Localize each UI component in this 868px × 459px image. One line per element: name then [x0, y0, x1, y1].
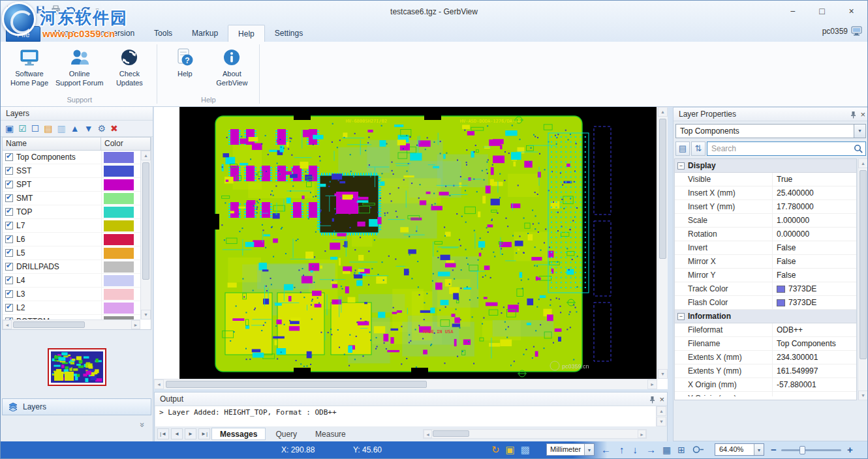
- move-layer-down-icon[interactable]: ▼: [84, 124, 93, 133]
- column-header-name[interactable]: Name: [3, 138, 101, 150]
- layer-checkbox[interactable]: ✔: [5, 235, 13, 243]
- layer-checkbox[interactable]: ✔: [5, 263, 13, 271]
- scroll-left-icon[interactable]: ◄: [154, 379, 164, 389]
- help-button[interactable]: ?Help: [161, 43, 208, 95]
- layer-color-swatch[interactable]: [104, 248, 134, 259]
- scroll-right-icon[interactable]: ►: [131, 320, 140, 329]
- property-row[interactable]: Insert X (mm)25.400000: [675, 186, 856, 200]
- scroll-right-icon[interactable]: ►: [647, 379, 657, 389]
- layer-row[interactable]: ✔L4: [3, 274, 140, 288]
- layer-select-combobox[interactable]: Top Components ▼: [675, 124, 866, 138]
- close-button[interactable]: ×: [837, 2, 866, 20]
- viewer-vertical-scrollbar[interactable]: ▲ ▼: [657, 107, 668, 379]
- scroll-up-icon[interactable]: ▲: [657, 406, 666, 416]
- grid-toggle-icon[interactable]: ▦: [662, 444, 671, 456]
- layer-row[interactable]: ✔L3: [3, 288, 140, 301]
- layer-row[interactable]: ✔L6: [3, 233, 140, 246]
- layer-row[interactable]: ✔Top Components: [3, 151, 140, 164]
- tab-tools[interactable]: Tools: [144, 25, 182, 42]
- scroll-up-icon[interactable]: ▲: [141, 151, 151, 160]
- output-tab-messages[interactable]: Messages: [211, 428, 266, 440]
- check-updates-button[interactable]: CheckUpdates: [106, 43, 153, 95]
- tab-markup[interactable]: Markup: [182, 25, 228, 42]
- layer-list-icon[interactable]: ▣: [5, 124, 14, 133]
- layer-color-swatch[interactable]: [104, 289, 134, 300]
- scroll-left-icon[interactable]: ◄: [3, 320, 12, 329]
- layer-checkbox[interactable]: ✔: [5, 181, 13, 188]
- scroll-up-icon[interactable]: ▲: [658, 107, 668, 117]
- layer-settings-icon[interactable]: ⚙: [98, 124, 106, 133]
- scroll-down-icon[interactable]: ▼: [858, 391, 868, 400]
- layer-checkbox[interactable]: ✔: [5, 153, 13, 161]
- properties-vertical-scrollbar[interactable]: ▲ ▼: [858, 158, 868, 400]
- scrollbar-thumb[interactable]: [142, 162, 149, 280]
- snap-grid-icon[interactable]: ⊞: [677, 444, 685, 456]
- property-row[interactable]: FilenameTop Components: [675, 337, 856, 351]
- property-row[interactable]: X Origin (mm)-57.880001: [675, 378, 856, 392]
- scroll-down-icon[interactable]: ▼: [658, 369, 668, 379]
- gerber-film[interactable]: [179, 107, 657, 379]
- chevron-down-icon[interactable]: ▼: [584, 444, 594, 455]
- maximize-button[interactable]: □: [807, 2, 837, 20]
- scrollbar-thumb[interactable]: [659, 119, 666, 259]
- property-row[interactable]: Rotation0.000000: [675, 228, 856, 241]
- zoom-slider[interactable]: [781, 449, 841, 451]
- check-all-layers-icon[interactable]: ☑: [18, 124, 27, 133]
- layers-dock-tab[interactable]: Layers: [2, 398, 151, 415]
- property-row[interactable]: Track Color7373DE: [675, 282, 856, 296]
- output-tab-query[interactable]: Query: [267, 428, 305, 440]
- property-row[interactable]: Extents X (mm)234.300001: [675, 351, 856, 364]
- categorized-view-icon[interactable]: ▤: [675, 141, 690, 156]
- close-panel-icon[interactable]: ×: [860, 108, 865, 121]
- layer-checkbox[interactable]: ✔: [5, 290, 13, 298]
- pan-right-icon[interactable]: →: [646, 443, 656, 457]
- pan-down-icon[interactable]: ↓: [633, 443, 638, 457]
- minimize-button[interactable]: −: [778, 2, 807, 20]
- board-thumbnail[interactable]: [48, 348, 106, 386]
- tab-scroll-prev-icon[interactable]: ◄: [171, 428, 183, 439]
- zoom-combobox[interactable]: 64.40% ▼: [715, 443, 764, 456]
- zoom-out-button[interactable]: −: [771, 442, 777, 458]
- pin-icon[interactable]: [649, 396, 655, 404]
- layer-checkbox[interactable]: ✔: [5, 222, 13, 230]
- unit-combobox[interactable]: Millimeter ▼: [546, 443, 595, 456]
- gerber-canvas[interactable]: [179, 107, 657, 379]
- property-category[interactable]: −Display: [675, 159, 856, 173]
- online-support-forum-button[interactable]: OnlineSupport Forum: [53, 43, 106, 95]
- scroll-right-icon[interactable]: ►: [638, 430, 646, 438]
- layer-checkbox[interactable]: ✔: [5, 249, 13, 257]
- scroll-up-icon[interactable]: ▲: [858, 158, 868, 168]
- output-log[interactable]: > Layer Added: HEIGHT_TOP, Format : ODB+…: [155, 406, 666, 427]
- layer-row[interactable]: ✔SMT: [3, 192, 140, 205]
- layer-group-icon[interactable]: ▥: [57, 124, 66, 133]
- collapse-icon[interactable]: −: [677, 162, 685, 170]
- tab-help[interactable]: Help: [228, 25, 265, 42]
- pin-icon[interactable]: [850, 111, 856, 119]
- layer-row[interactable]: ✔L5: [3, 246, 140, 260]
- tab-conversion[interactable]: Conversion: [85, 25, 144, 42]
- layer-row[interactable]: ✔L7: [3, 219, 140, 233]
- layer-color-swatch[interactable]: [104, 220, 134, 231]
- layer-order-icon[interactable]: ▤: [44, 124, 52, 133]
- property-row[interactable]: Flash Color7373DE: [675, 296, 856, 310]
- scrollbar-thumb[interactable]: [860, 170, 867, 359]
- zoom-slider-thumb[interactable]: [799, 446, 805, 454]
- scroll-down-icon[interactable]: ▼: [657, 417, 666, 426]
- output-vertical-scrollbar[interactable]: ▲ ▼: [656, 406, 666, 426]
- property-row[interactable]: FileformatODB++: [675, 323, 856, 337]
- layer-checkbox[interactable]: ✔: [5, 276, 13, 284]
- tab-home[interactable]: Home: [44, 25, 85, 42]
- layer-row[interactable]: ✔SPT: [3, 178, 140, 192]
- layer-color-swatch[interactable]: [104, 207, 134, 218]
- layer-checkbox[interactable]: ✔: [5, 167, 13, 175]
- chevron-down-icon[interactable]: ▼: [754, 444, 764, 455]
- redraw-icon[interactable]: ↻: [491, 444, 500, 456]
- layer-color-swatch[interactable]: [104, 166, 134, 177]
- property-row[interactable]: Insert Y (mm)17.780000: [675, 200, 856, 214]
- layer-row[interactable]: ✔SST: [3, 164, 140, 178]
- property-row[interactable]: VisibleTrue: [675, 173, 856, 186]
- layer-color-swatch[interactable]: [104, 179, 134, 190]
- dock-chevrons-icon[interactable]: »: [138, 422, 147, 427]
- property-row[interactable]: Scale1.000000: [675, 214, 856, 228]
- viewer-horizontal-scrollbar[interactable]: ◄ ►: [154, 379, 657, 389]
